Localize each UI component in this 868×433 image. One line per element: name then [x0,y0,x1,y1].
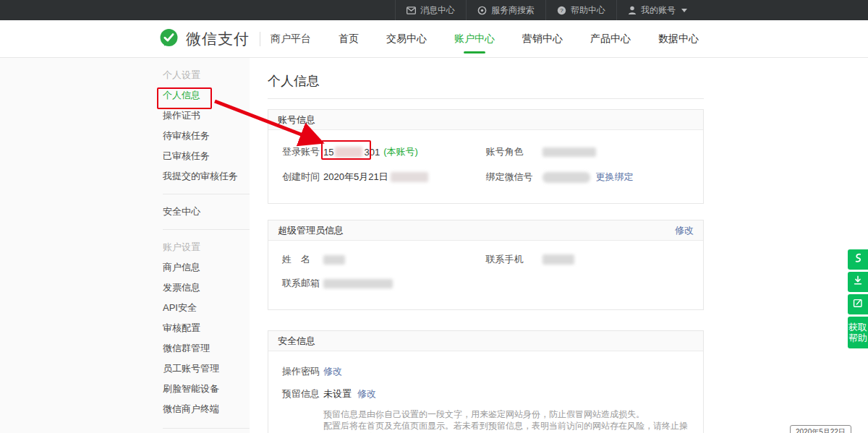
float-get-help-button[interactable]: 获取帮助 [848,317,868,348]
reserved-info-notes: 预留信息是由你自己设置的一段文字，用来鉴定网站身份，防止假冒网站造成损失。 配置… [323,408,703,433]
sidebar-item-security-center[interactable]: 安全中心 [163,202,250,222]
topbar-message-center[interactable]: 消息中心 [395,0,467,20]
user-icon [628,6,637,15]
contact-phone-value [542,254,574,265]
sidebar-item-reviewed-tasks[interactable]: 已审核任务 [163,146,250,166]
sidebar-item-operation-cert[interactable]: 操作证书 [163,106,250,126]
password-modify-link[interactable]: 修改 [323,365,342,378]
sidebar-divider [163,229,250,230]
tab-home[interactable]: 首页 [337,22,360,56]
date-tooltip: 2020年5月22日 [790,425,851,433]
redacted-login-digits [335,147,362,158]
topbar: 消息中心 服务商搜索 ? 帮助中心 我的账号 [0,0,868,20]
account-info-card: 账号信息 登录账号 15 301 (本账号) 账号角色 [268,109,704,204]
security-info-card-body: 操作密码 修改 预留信息 未设置 修改 [268,351,703,433]
name-value [323,255,345,265]
sidebar-divider [163,428,250,429]
account-info-title: 账号信息 [278,110,315,130]
reserved-modify-link[interactable]: 修改 [357,387,376,400]
admin-info-card: 超级管理员信息 修改 姓 名 联系手机 联系邮箱 [268,220,704,310]
admin-info-card-body: 姓 名 联系手机 联系邮箱 [268,241,703,309]
float-download-button[interactable] [848,272,868,292]
created-time-label: 创建时间 [282,171,323,184]
sidebar-item-personal-info[interactable]: 个人信息 [163,85,250,106]
topbar-item-label: 服务商搜索 [491,4,535,17]
topbar-item-label: 我的账号 [641,4,676,17]
target-search-icon [477,6,487,15]
change-binding-link[interactable]: 更换绑定 [596,171,634,184]
sidebar-group-account-settings: 账户设置 [163,237,250,257]
merchant-platform-page: 消息中心 服务商搜索 ? 帮助中心 我的账号 微信支付 商户平台 [0,0,868,433]
sidebar-item-wechat-group-mgmt[interactable]: 微信群管理 [163,338,250,359]
admin-info-title: 超级管理员信息 [278,220,344,241]
redacted-phone [542,254,574,265]
topbar-item-label: 消息中心 [420,4,455,17]
bound-wechat-label: 绑定微信号 [486,171,542,184]
question-icon: ? [557,6,566,15]
sidebar-item-wechat-terminal[interactable]: 微信商户终端 [163,399,250,419]
brand-divider [260,32,260,46]
float-help-rail: 获取帮助 [848,249,868,348]
created-time-value: 2020年5月21日 [323,171,428,184]
topbar-my-account[interactable]: 我的账号 [617,0,698,20]
security-info-card: 安全信息 操作密码 修改 预留信息 未设置 [268,330,704,433]
title-divider [268,98,704,99]
chevron-down-icon [681,9,687,12]
login-account-value: 15 301 (本账号) [323,145,418,158]
feedback-icon [852,297,864,312]
admin-info-card-header: 超级管理员信息 修改 [268,220,703,241]
account-info-card-body: 登录账号 15 301 (本账号) 账号角色 [268,130,703,203]
topbar-menu: 消息中心 服务商搜索 ? 帮助中心 我的账号 [395,0,698,20]
security-info-card-header: 安全信息 [268,331,703,351]
redacted-wechat-id [542,172,590,183]
security-info-title: 安全信息 [278,331,315,351]
redacted-created-time [391,172,428,182]
float-feedback-button[interactable] [848,294,868,314]
tab-marketing-center[interactable]: 营销中心 [521,22,564,56]
sidebar-item-pending-review[interactable]: 待审核任务 [163,126,250,146]
topbar-provider-search[interactable]: 服务商搜索 [467,0,546,20]
topbar-item-label: 帮助中心 [571,4,605,17]
float-hotline-button[interactable] [848,249,868,270]
sidebar-item-merchant-info[interactable]: 商户信息 [163,257,250,278]
sidebar-item-face-device[interactable]: 刷脸智能设备 [163,379,250,399]
main-nav: 首页 交易中心 账户中心 营销中心 产品中心 数据中心 [337,20,700,58]
header: 微信支付 商户平台 首页 交易中心 账户中心 营销中心 产品中心 数据中心 [0,20,868,58]
sidebar-item-my-submitted-review[interactable]: 我提交的审核任务 [163,166,250,187]
reserved-info-label: 预留信息 [282,387,323,400]
mail-icon [407,7,416,14]
main-content: 个人信息 账号信息 登录账号 15 301 (本账号) [268,58,704,433]
contact-phone-label: 联系手机 [486,253,542,266]
account-role-value [542,147,596,157]
tab-product-center[interactable]: 产品中心 [589,22,632,56]
note-line: 配置后将在首页及充值页面显示。若未看到预留信息，表明当前访问的网站存在风险，请终… [323,420,703,433]
contact-email-value [323,279,393,288]
login-account-label: 登录账号 [282,145,323,158]
admin-modify-link[interactable]: 修改 [675,220,694,241]
contact-email-label: 联系邮箱 [282,277,323,290]
wechat-pay-logo-icon [159,28,179,51]
hotline-icon [852,252,864,267]
name-label: 姓 名 [282,253,323,266]
sidebar-item-staff-account-mgmt[interactable]: 员工账号管理 [163,359,250,379]
note-line: 预留信息是由你自己设置的一段文字，用来鉴定网站身份，防止假冒网站造成损失。 [323,408,703,420]
operation-password-label: 操作密码 [282,365,323,378]
sidebar-item-invoice-info[interactable]: 发票信息 [163,278,250,298]
portal-title: 商户平台 [271,33,311,46]
download-icon [852,275,864,289]
sidebar-item-api-security[interactable]: API安全 [163,298,250,318]
redacted-email [323,279,393,288]
current-account-tag: (本账号) [383,145,418,158]
bound-wechat-value: 更换绑定 [542,171,634,184]
redacted-role [542,147,596,157]
sidebar-item-review-config[interactable]: 审核配置 [163,318,250,338]
reserved-status: 未设置 [323,387,352,400]
tab-account-center[interactable]: 账户中心 [453,22,496,56]
page-title: 个人信息 [268,72,704,90]
account-info-card-header: 账号信息 [268,110,703,130]
topbar-help-center[interactable]: ? 帮助中心 [546,0,617,20]
tab-transaction-center[interactable]: 交易中心 [385,22,428,56]
brand-title: 微信支付 [186,29,250,49]
tab-data-center[interactable]: 数据中心 [657,22,700,56]
operation-password-value: 修改 [323,365,342,378]
